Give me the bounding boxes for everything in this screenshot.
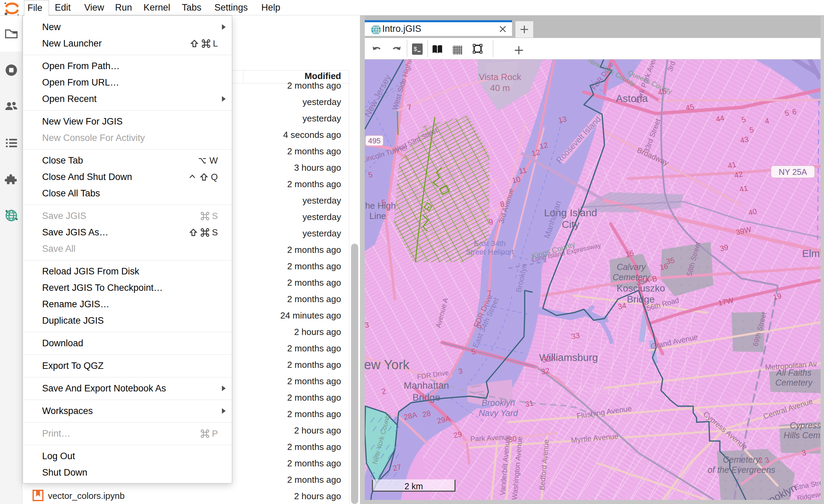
svg-text:Line: Line	[369, 211, 386, 221]
svg-text:19: 19	[772, 292, 782, 302]
svg-text:Brooklyn: Brooklyn	[482, 398, 515, 408]
svg-text:41: 41	[739, 184, 749, 194]
svg-text:City: City	[562, 219, 579, 230]
svg-text:Calvary: Calvary	[617, 262, 646, 272]
svg-text:40: 40	[748, 207, 758, 217]
svg-text:27: 27	[392, 463, 402, 473]
svg-text:13: 13	[558, 115, 567, 125]
svg-text:Cypress: Cypress	[790, 421, 821, 430]
svg-text:Bridge: Bridge	[627, 294, 655, 305]
svg-text:32: 32	[540, 366, 550, 376]
svg-text:Manhattan: Manhattan	[404, 380, 449, 391]
svg-text:2 km: 2 km	[404, 481, 423, 491]
svg-text:Vista Rock: Vista Rock	[479, 72, 522, 82]
svg-text:41: 41	[727, 160, 737, 170]
svg-text:10: 10	[511, 175, 521, 185]
svg-text:East 34th: East 34th	[474, 239, 506, 248]
svg-text:45: 45	[657, 87, 667, 97]
svg-text:15: 15	[625, 249, 635, 259]
svg-text:34: 34	[617, 301, 627, 311]
svg-text:40 m: 40 m	[490, 83, 510, 93]
svg-text:45: 45	[685, 102, 695, 113]
svg-text:$: $	[414, 46, 417, 52]
svg-text:42: 42	[734, 170, 744, 180]
svg-text:495: 495	[368, 137, 381, 145]
svg-text:Cemetery: Cemetery	[775, 378, 813, 387]
svg-text:Navy Yard: Navy Yard	[479, 408, 519, 418]
svg-text:16: 16	[659, 262, 669, 272]
svg-text:NY 25A: NY 25A	[779, 167, 807, 177]
svg-text:12: 12	[531, 148, 541, 158]
svg-text:The High: The High	[365, 201, 396, 211]
svg-text:Street Heliport: Street Heliport	[466, 248, 514, 256]
svg-text:43: 43	[739, 135, 749, 145]
svg-text:ew York: ew York	[365, 358, 410, 372]
svg-text:Cemetery: Cemetery	[723, 455, 761, 464]
svg-text:29: 29	[453, 430, 463, 440]
svg-text:Elmhurst: Elmhurst	[802, 248, 821, 259]
svg-text:30: 30	[508, 434, 517, 444]
svg-text:Bridge: Bridge	[413, 392, 440, 403]
svg-text:44: 44	[715, 114, 725, 124]
svg-text:12: 12	[539, 141, 549, 151]
svg-text:33: 33	[571, 331, 580, 341]
svg-text:Hills Cemet: Hills Cemet	[784, 430, 821, 440]
svg-text:31: 31	[524, 399, 534, 409]
svg-text:39: 39	[719, 243, 729, 253]
svg-text:of the Evergreens: of the Evergreens	[708, 465, 775, 475]
svg-text:28: 28	[422, 409, 432, 419]
